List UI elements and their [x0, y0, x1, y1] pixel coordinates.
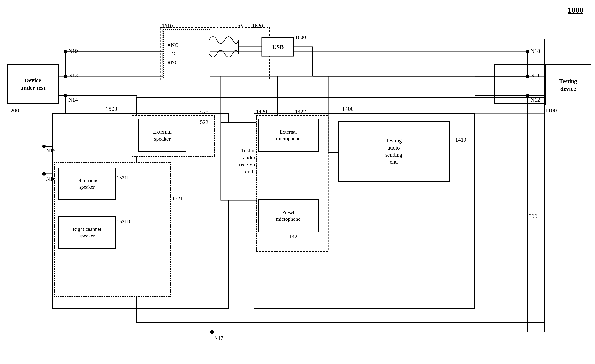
right-channel-label: Right channelspeaker [73, 226, 101, 239]
label-1100: 1100 [545, 107, 557, 114]
label-1521L: 1521L [117, 175, 130, 181]
label-1421: 1421 [289, 233, 300, 240]
node-N11 [526, 74, 529, 78]
device-under-test-label: Deviceunder test [20, 76, 46, 91]
label-1500: 1500 [106, 105, 117, 112]
diagram: 1000 N19 N18 N13 N14 N11 N12 N15 N16 N17… [0, 0, 595, 364]
label-N16: N16 [46, 176, 56, 182]
node-N13 [64, 74, 67, 78]
left-channel-box: Left channelspeaker [58, 168, 116, 200]
label-1400: 1400 [342, 105, 354, 112]
label-N13: N13 [68, 72, 78, 78]
label-N14: N14 [68, 97, 78, 103]
label-N17: N17 [214, 335, 223, 341]
left-channel-label: Left channelspeaker [74, 177, 100, 190]
node-N16 [42, 172, 46, 175]
ext-speaker-label: Externalspeaker [153, 128, 171, 143]
c-label: C [171, 51, 175, 57]
label-1420: 1420 [256, 108, 267, 115]
ext-micro-label: Externalmicrophone [276, 129, 300, 142]
nc1-label: ●NC [167, 42, 178, 48]
label-1610: 1610 [162, 23, 173, 29]
label-5v: 5V [237, 22, 244, 29]
label-1600: 1600 [295, 34, 306, 40]
label-1521: 1521 [172, 195, 183, 202]
label-N15: N15 [46, 147, 56, 154]
label-N11: N11 [531, 72, 540, 78]
preset-micro-box: Presetmicrophone [258, 199, 319, 232]
node-N12 [526, 94, 529, 98]
usb-box: USB [262, 38, 294, 56]
testing-device-label: Testingdevice [559, 77, 577, 92]
testing-audio-sending-label: Testingaudiosendingend [385, 137, 402, 166]
ext-micro-box: Externalmicrophone [258, 119, 319, 152]
node-N18 [526, 50, 529, 54]
relay-box: ●NC C ●NC [163, 29, 210, 78]
testing-audio-sending-box: Testingaudiosendingend [338, 121, 449, 182]
label-1410: 1410 [455, 137, 466, 143]
label-N12: N12 [531, 97, 540, 103]
label-1200: 1200 [7, 107, 19, 114]
label-N18: N18 [531, 48, 540, 54]
node-N19 [64, 50, 67, 54]
nc2-label: ●NC [167, 59, 178, 65]
ext-speaker-box: Externalspeaker [138, 119, 186, 152]
preset-micro-label: Presetmicrophone [276, 209, 300, 222]
node-N17 [210, 330, 214, 334]
label-1521R: 1521R [117, 219, 130, 224]
label-1520: 1520 [197, 109, 208, 116]
label-1620: 1620 [252, 23, 263, 29]
label-1300: 1300 [526, 213, 537, 219]
right-channel-box: Right channelspeaker [58, 216, 116, 249]
title-1000: 1000 [568, 6, 583, 15]
usb-label: USB [272, 43, 283, 51]
node-N15 [42, 145, 46, 148]
node-N14 [64, 94, 67, 98]
testing-device-box: Testingdevice [545, 64, 591, 105]
coil-symbol [207, 28, 240, 79]
label-1522: 1522 [197, 119, 208, 125]
device-under-test-box: Deviceunder test [7, 64, 58, 104]
label-1422: 1422 [295, 108, 306, 115]
label-N19: N19 [68, 48, 78, 54]
